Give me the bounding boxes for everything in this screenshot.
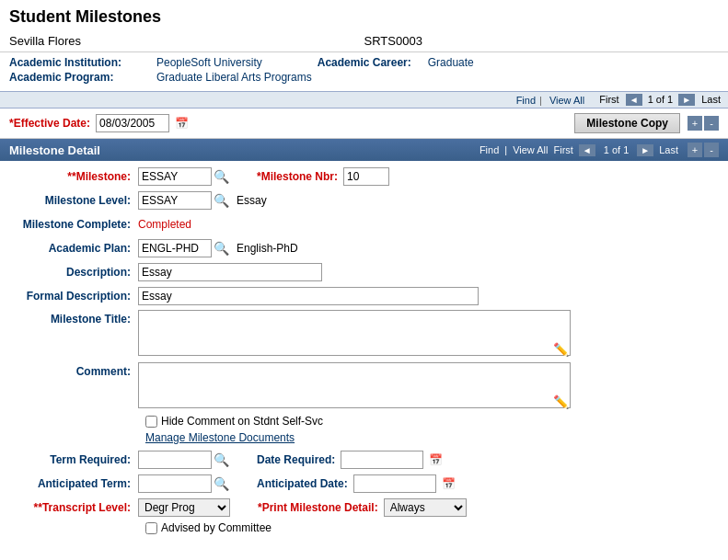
milestone-nbr-label: *Milestone Nbr: bbox=[257, 170, 338, 183]
detail-of-text: 1 of 1 bbox=[604, 144, 630, 155]
student-name: Sevilla Flores bbox=[9, 34, 364, 48]
hide-comment-checkbox[interactable] bbox=[145, 416, 157, 428]
milestone-nbr-input[interactable] bbox=[343, 167, 389, 186]
anticipated-date-input[interactable] bbox=[353, 474, 436, 493]
institution-value: PeopleSoft University bbox=[156, 56, 262, 69]
milestone-copy-btn[interactable]: Milestone Copy bbox=[574, 113, 680, 133]
milestone-title-edit-icon[interactable]: ✏️ bbox=[553, 342, 569, 357]
effective-date-input[interactable] bbox=[96, 114, 169, 132]
student-id: SRTS0003 bbox=[364, 34, 720, 48]
institution-label: Academic Institution: bbox=[9, 56, 156, 69]
milestone-complete-value: Completed bbox=[138, 218, 191, 231]
detail-del-btn[interactable]: - bbox=[704, 143, 719, 157]
prev-nav-btn[interactable]: ◄ bbox=[626, 94, 642, 106]
detail-find-link[interactable]: Find bbox=[480, 144, 499, 155]
career-label: Academic Career: bbox=[318, 56, 428, 69]
anticipated-date-cal-btn[interactable]: 📅 bbox=[442, 477, 456, 490]
formal-description-input[interactable] bbox=[138, 287, 479, 305]
transcript-level-select[interactable]: Degr Prog Plan Sub-Plan bbox=[138, 498, 230, 517]
print-milestone-select[interactable]: Always Never Conditional bbox=[384, 498, 467, 517]
formal-description-label: Formal Description: bbox=[9, 290, 138, 303]
comment-textarea[interactable] bbox=[138, 362, 571, 408]
anticipated-date-label: Anticipated Date: bbox=[257, 477, 348, 490]
program-value: Graduate Liberal Arts Programs bbox=[156, 71, 312, 84]
milestone-level-input[interactable] bbox=[138, 191, 212, 210]
manage-milestone-link[interactable]: Manage Milestone Documents bbox=[145, 431, 295, 444]
academic-plan-lookup-btn[interactable]: 🔍 bbox=[214, 241, 229, 256]
view-all-link[interactable]: View All bbox=[549, 95, 584, 106]
academic-plan-label: Academic Plan: bbox=[9, 242, 138, 255]
anticipated-term-label: Anticipated Term: bbox=[9, 477, 138, 490]
milestone-label: *Milestone: bbox=[9, 170, 138, 183]
academic-plan-text: English-PhD bbox=[237, 242, 298, 255]
milestone-input[interactable] bbox=[138, 167, 212, 186]
advised-by-committee-label: Advised by Committee bbox=[161, 521, 272, 534]
milestone-level-lookup-btn[interactable]: 🔍 bbox=[214, 193, 229, 208]
milestone-title-textarea[interactable] bbox=[138, 310, 571, 356]
term-required-lookup-btn[interactable]: 🔍 bbox=[214, 452, 229, 467]
next-nav-btn[interactable]: ► bbox=[678, 94, 695, 106]
detail-last-text: Last bbox=[659, 144, 678, 155]
add-row-btn[interactable]: + bbox=[688, 116, 702, 131]
page-of-text: 1 of 1 bbox=[648, 94, 674, 105]
detail-add-btn[interactable]: + bbox=[688, 143, 702, 157]
detail-first-text: First bbox=[553, 144, 572, 155]
career-value: Graduate bbox=[428, 56, 474, 69]
detail-view-all-link[interactable]: View All bbox=[513, 144, 548, 155]
milestone-level-label: Milestone Level: bbox=[9, 194, 138, 207]
hide-comment-label: Hide Comment on Stdnt Self-Svc bbox=[161, 415, 323, 428]
milestone-title-label: Milestone Title: bbox=[9, 310, 138, 326]
comment-edit-icon[interactable]: ✏️ bbox=[553, 394, 569, 409]
term-required-label: Term Required: bbox=[9, 453, 138, 466]
date-required-label: Date Required: bbox=[257, 453, 335, 466]
description-label: Description: bbox=[9, 266, 138, 279]
milestone-complete-label: Milestone Complete: bbox=[9, 218, 138, 231]
del-row-btn[interactable]: - bbox=[704, 116, 719, 131]
page-title: Student Milestones bbox=[0, 0, 728, 30]
program-label: Academic Program: bbox=[9, 71, 156, 84]
anticipated-term-input[interactable] bbox=[138, 474, 212, 493]
milestone-lookup-btn[interactable]: 🔍 bbox=[214, 169, 229, 184]
term-required-input[interactable] bbox=[138, 451, 212, 469]
date-required-cal-btn[interactable]: 📅 bbox=[429, 453, 443, 466]
toolbar-separator1: | bbox=[539, 95, 542, 106]
comment-label: Comment: bbox=[9, 362, 138, 378]
date-required-input[interactable] bbox=[341, 451, 423, 469]
milestone-level-text: Essay bbox=[237, 194, 267, 207]
calendar-btn[interactable]: 📅 bbox=[175, 117, 189, 130]
print-milestone-label: *Print Milestone Detail: bbox=[258, 501, 378, 514]
academic-plan-input[interactable] bbox=[138, 239, 212, 257]
find-link[interactable]: Find bbox=[516, 95, 536, 106]
description-input[interactable] bbox=[138, 263, 322, 281]
last-text: Last bbox=[701, 94, 721, 105]
effective-date-label: *Effective Date: bbox=[9, 117, 90, 130]
first-text: First bbox=[599, 94, 618, 105]
milestone-detail-header: Milestone Detail bbox=[9, 143, 100, 157]
toolbar-spacer: First ◄ 1 of 1 ► Last bbox=[599, 94, 721, 106]
anticipated-term-lookup-btn[interactable]: 🔍 bbox=[214, 476, 229, 491]
detail-next-btn[interactable]: ► bbox=[637, 144, 653, 156]
detail-prev-btn[interactable]: ◄ bbox=[579, 144, 595, 156]
advised-by-committee-checkbox[interactable] bbox=[145, 522, 157, 534]
transcript-level-label: *Transcript Level: bbox=[9, 501, 138, 514]
